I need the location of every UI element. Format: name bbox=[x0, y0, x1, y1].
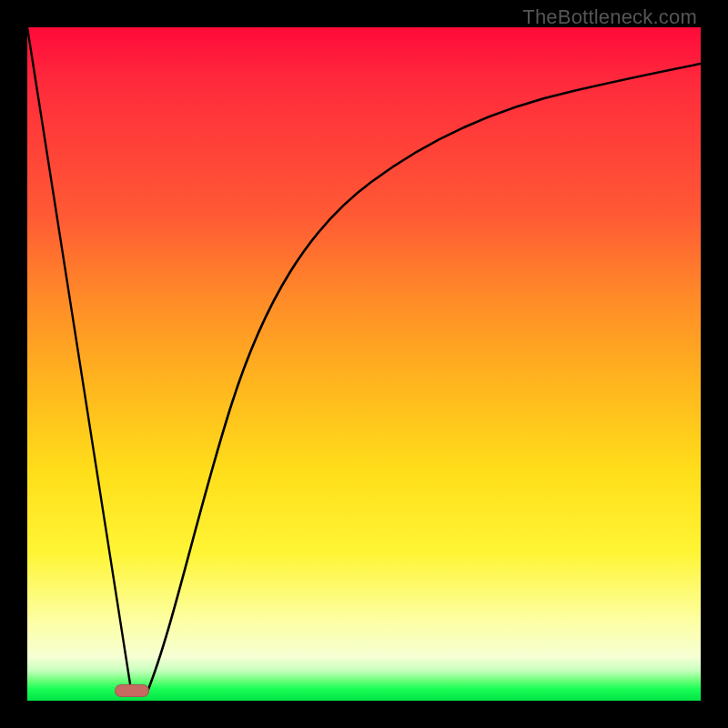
chart-left-line bbox=[27, 27, 131, 690]
outer-frame: TheBottleneck.com bbox=[0, 0, 728, 728]
chart-plot-area bbox=[27, 27, 701, 701]
chart-valley-marker bbox=[115, 684, 149, 697]
chart-curves bbox=[27, 27, 701, 701]
watermark-text: TheBottleneck.com bbox=[522, 5, 697, 29]
chart-right-curve bbox=[147, 64, 701, 692]
